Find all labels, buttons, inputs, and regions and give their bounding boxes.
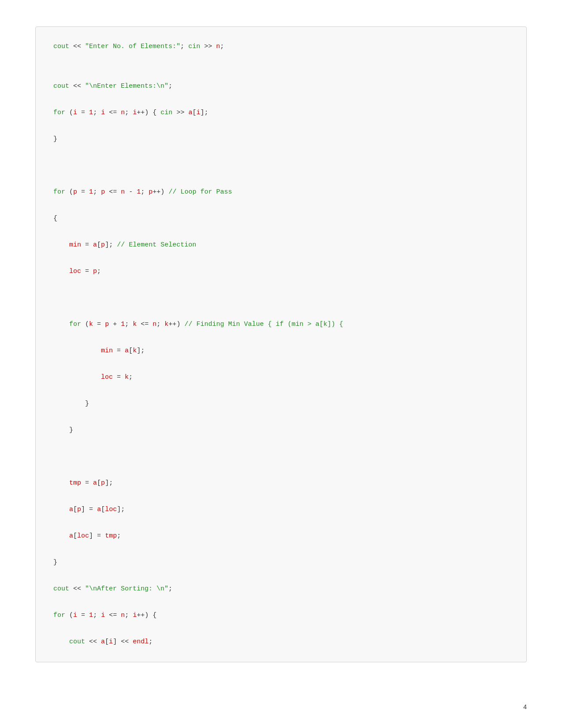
- code-line-4: }: [53, 133, 509, 146]
- code-line-16: a[loc] = tmp;: [53, 530, 509, 543]
- code-line-blank15: [53, 358, 509, 371]
- page-number: 4: [523, 703, 527, 710]
- code-line-blank19: [53, 450, 509, 463]
- code-line-1: cout << "Enter No. of Elements:"; cin >>…: [53, 40, 509, 53]
- code-line-3: for (i = 1; i <= n; i++) { cin >> a[i];: [53, 106, 509, 119]
- code-line-blank25: [53, 596, 509, 609]
- code-line-blank26: [53, 622, 509, 635]
- code-line-18: cout << "\nAfter Sorting: \n";: [53, 582, 509, 596]
- code-line-13: }: [53, 424, 509, 437]
- code-line-blank18: [53, 437, 509, 450]
- code-line-9: for (k = p + 1; k <= n; k++) // Finding …: [53, 318, 509, 331]
- code-line-11: loc = k;: [53, 371, 509, 384]
- code-line-8: loc = p;: [53, 265, 509, 278]
- code-line-blank22: [53, 516, 509, 530]
- code-line-blank5: [53, 146, 509, 159]
- code-line-12: }: [53, 397, 509, 411]
- code-line-blank9: [53, 225, 509, 239]
- code-line-15: a[p] = a[loc];: [53, 503, 509, 516]
- code-line-20: cout << a[i] << endl;: [53, 635, 509, 649]
- code-line-blank1: [53, 53, 509, 67]
- code-line-blank6: [53, 159, 509, 172]
- code-line-10: min = a[k];: [53, 344, 509, 358]
- code-line-blank23: [53, 543, 509, 556]
- code-line-blank10: [53, 252, 509, 265]
- code-line-7: min = a[p]; // Element Selection: [53, 239, 509, 252]
- code-line-14: tmp = a[p];: [53, 477, 509, 490]
- code-line-blank2: [53, 67, 509, 80]
- code-line-blank17: [53, 411, 509, 424]
- code-block: cout << "Enter No. of Elements:"; cin >>…: [35, 26, 527, 662]
- code-line-blank20: [53, 463, 509, 477]
- code-line-blank24: [53, 569, 509, 582]
- code-line-blank13: [53, 305, 509, 318]
- page-container: cout << "Enter No. of Elements:"; cin >>…: [0, 0, 562, 728]
- code-line-blank14: [53, 331, 509, 344]
- code-line-blank3: [53, 93, 509, 106]
- code-line-blank7: [53, 172, 509, 186]
- code-line-blank12: [53, 291, 509, 305]
- code-line-5: for (p = 1; p <= n - 1; p++) // Loop for…: [53, 186, 509, 199]
- code-line-17: }: [53, 556, 509, 569]
- code-line-blank16: [53, 384, 509, 397]
- code-line-19: for (i = 1; i <= n; i++) {: [53, 609, 509, 622]
- code-line-blank21: [53, 490, 509, 503]
- code-line-blank8: [53, 199, 509, 212]
- code-line-6: {: [53, 212, 509, 225]
- code-line-blank4: [53, 119, 509, 133]
- code-line-blank11: [53, 278, 509, 291]
- code-line-2: cout << "\nEnter Elements:\n";: [53, 80, 509, 93]
